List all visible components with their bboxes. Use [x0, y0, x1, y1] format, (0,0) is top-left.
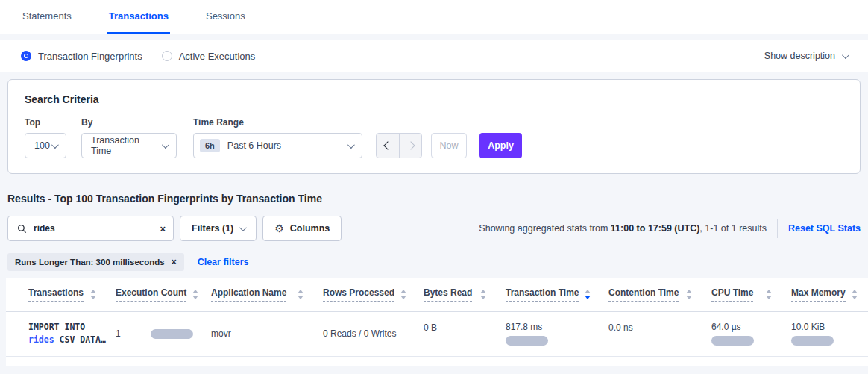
stats-prefix: Showing aggregated stats from: [479, 223, 611, 234]
rows-processed-value: 0 Reads / 0 Writes: [323, 328, 396, 339]
next-time-button[interactable]: [399, 134, 421, 158]
column-header-bytes-read[interactable]: Bytes Read: [416, 278, 498, 311]
max-memory-value: 10.0 KiB: [791, 322, 825, 332]
cpu-time-bar: [711, 336, 754, 346]
page-tabs: Statements Transactions Sessions: [0, 0, 868, 34]
cell-contention-time: 0.0 ns: [601, 311, 704, 356]
top-field: Top 100: [25, 117, 81, 158]
results-table-card: Transactions Execution Count Application…: [6, 278, 868, 366]
column-header-execution-count[interactable]: Execution Count: [108, 278, 204, 311]
cpu-time-value: 64.0 µs: [711, 322, 741, 332]
chevron-down-icon: [239, 224, 247, 231]
column-header-transaction-time[interactable]: Transaction Time: [498, 278, 601, 311]
apply-button[interactable]: Apply: [479, 133, 522, 158]
search-input[interactable]: [34, 223, 160, 234]
column-header-max-memory[interactable]: Max Memory: [784, 278, 868, 311]
radio-label: Transaction Fingerprints: [38, 51, 142, 62]
chevron-down-icon: [842, 52, 849, 59]
max-memory-bar: [791, 336, 834, 346]
cell-transaction-time: 817.8 ms: [498, 311, 601, 356]
transaction-time-bar: [506, 336, 548, 346]
clear-search-icon[interactable]: ×: [160, 224, 166, 234]
gear-icon: ⚙: [274, 222, 284, 234]
chevron-down-icon: [347, 141, 355, 149]
top-label: Top: [25, 117, 81, 128]
column-header-transactions[interactable]: Transactions: [6, 278, 108, 311]
chevron-left-icon: [383, 141, 391, 149]
stats-suffix: , 1-1 of 1 results: [699, 223, 767, 234]
table-header-row: Transactions Execution Count Application…: [6, 278, 868, 311]
radio-transaction-fingerprints[interactable]: Transaction Fingerprints: [21, 51, 142, 62]
time-range-field: Time Range 6h Past 6 Hours: [193, 117, 362, 158]
sort-icon[interactable]: [400, 290, 406, 299]
radio-active-executions[interactable]: Active Executions: [162, 51, 256, 62]
filters-button[interactable]: Filters (1): [180, 216, 257, 241]
sort-icon[interactable]: [766, 290, 772, 299]
search-icon: [17, 224, 27, 234]
stats-range: 11:00 to 17:59 (UTC): [611, 223, 699, 234]
sort-icon[interactable]: [298, 290, 304, 299]
previous-time-button[interactable]: [377, 134, 399, 158]
radio-unselected-icon: [162, 51, 172, 61]
by-value: Transaction Time: [91, 135, 162, 156]
tab-transactions[interactable]: Transactions: [107, 0, 170, 34]
remove-filter-icon[interactable]: ×: [172, 257, 177, 267]
cell-bytes-read: 0 B: [416, 311, 498, 356]
column-label: Transaction Time: [506, 287, 579, 302]
tab-sessions[interactable]: Sessions: [204, 0, 247, 34]
column-header-application-name[interactable]: Application Name: [204, 278, 315, 311]
column-label: CPU Time: [711, 287, 753, 302]
clear-filters-link[interactable]: Clear filters: [198, 257, 249, 267]
sort-icon-active-desc[interactable]: [585, 290, 591, 299]
cell-max-memory: 10.0 KiB: [784, 311, 868, 356]
contention-time-value: 0.0 ns: [608, 322, 633, 333]
sort-icon[interactable]: [852, 290, 858, 299]
columns-button[interactable]: ⚙ Columns: [262, 216, 342, 241]
search-criteria-title: Search Criteria: [25, 93, 843, 105]
sort-icon[interactable]: [192, 290, 198, 299]
show-description-toggle[interactable]: Show description: [764, 51, 847, 61]
by-field: By Transaction Time: [81, 117, 193, 158]
view-toggle-group: Transaction Fingerprints Active Executio…: [21, 51, 255, 62]
column-label: Contention Time: [608, 287, 679, 302]
cell-rows-processed: 0 Reads / 0 Writes: [315, 311, 416, 356]
time-step-group: [376, 133, 422, 158]
column-label: Transactions: [28, 287, 84, 302]
chevron-down-icon: [51, 141, 59, 149]
filter-pill: Runs Longer Than: 300 milliseconds ×: [7, 253, 184, 271]
sort-icon[interactable]: [480, 290, 486, 299]
column-header-contention-time[interactable]: Contention Time: [601, 278, 704, 311]
results-table: Transactions Execution Count Application…: [6, 278, 868, 357]
sql-highlight-link[interactable]: rides: [28, 334, 54, 345]
cell-transaction[interactable]: IMPORT INTO rides CSV DATA…: [6, 311, 108, 356]
column-label: Max Memory: [791, 287, 846, 302]
reset-sql-stats-link[interactable]: Reset SQL Stats: [788, 223, 861, 234]
sort-icon[interactable]: [686, 290, 692, 299]
vertical-divider: [777, 219, 778, 238]
search-criteria-card: Search Criteria Top 100 By Transaction T…: [7, 79, 861, 174]
show-description-label: Show description: [764, 51, 835, 61]
execution-count-bar: [151, 329, 193, 339]
by-select[interactable]: Transaction Time: [81, 133, 177, 158]
filter-pill-label: Runs Longer Than: 300 milliseconds: [15, 258, 165, 267]
chevron-right-icon: [406, 141, 415, 149]
chevron-down-icon: [162, 141, 169, 149]
sort-icon[interactable]: [90, 290, 96, 299]
now-button[interactable]: Now: [431, 133, 467, 158]
column-header-cpu-time[interactable]: CPU Time: [704, 278, 784, 311]
time-range-value: Past 6 Hours: [227, 140, 281, 151]
active-filters-row: Runs Longer Than: 300 milliseconds × Cle…: [7, 253, 861, 271]
filters-label: Filters (1): [192, 223, 233, 234]
aggregated-stats-text: Showing aggregated stats from 11:00 to 1…: [479, 223, 767, 234]
results-search-box[interactable]: ×: [7, 216, 174, 241]
column-header-rows-processed[interactable]: Rows Processed: [315, 278, 416, 311]
cell-application-name: movr: [204, 311, 315, 356]
time-range-select[interactable]: 6h Past 6 Hours: [193, 133, 362, 158]
column-label: Bytes Read: [424, 287, 472, 302]
top-select[interactable]: 100: [25, 133, 66, 158]
tab-statements[interactable]: Statements: [21, 0, 73, 34]
sql-line1: IMPORT INTO: [28, 321, 98, 334]
column-label: Application Name: [211, 287, 286, 302]
top-value: 100: [34, 140, 50, 151]
results-heading: Results - Top 100 Transaction Fingerprin…: [7, 193, 861, 205]
